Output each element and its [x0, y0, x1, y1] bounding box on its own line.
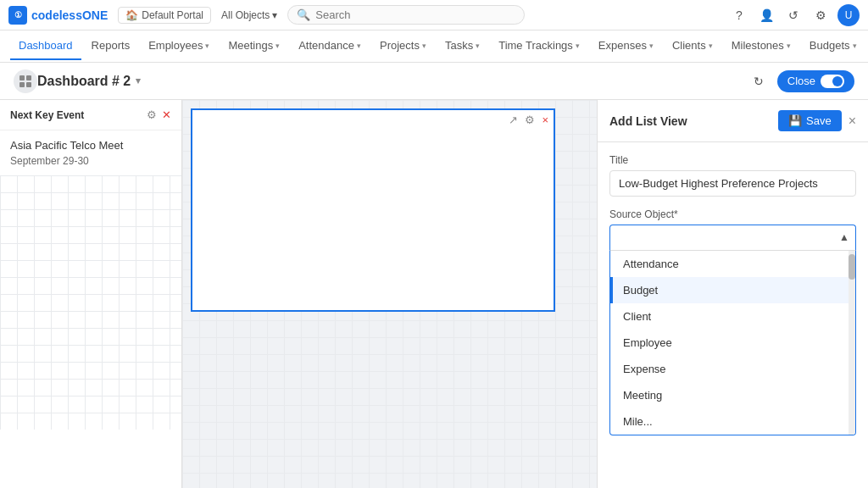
nav-item-attendance[interactable]: Attendance ▾ — [290, 32, 370, 60]
dropdown-item-meeting[interactable]: Meeting — [610, 382, 849, 408]
left-grid-area — [0, 175, 181, 430]
navbar: Dashboard Reports Employees ▾ Meetings ▾… — [0, 30, 868, 63]
nav-label-clients: Clients — [672, 39, 706, 52]
panel-close-button[interactable]: × — [849, 114, 856, 129]
nav-item-milestones[interactable]: Milestones ▾ — [723, 32, 799, 60]
save-button[interactable]: 💾 Save — [778, 110, 842, 131]
dashboard-header: Dashboard # 2 ▾ ↻ Close — [0, 63, 868, 100]
center-area: ↗ ⚙ × — [182, 100, 597, 488]
help-icon[interactable]: ? — [729, 5, 749, 25]
objects-label: All Objects — [221, 9, 270, 21]
nav-label-tasks: Tasks — [445, 39, 473, 52]
user-icon[interactable]: 👤 — [756, 5, 776, 25]
meetings-chevron-icon: ▾ — [275, 42, 280, 50]
dropdown-list: Attendance Budget Client Employee Expens… — [609, 250, 856, 435]
event-title: Asia Pacific Telco Meet — [10, 139, 171, 152]
svg-rect-3 — [26, 82, 31, 87]
close-label: Close — [787, 75, 815, 87]
nav-label-meetings: Meetings — [228, 39, 273, 52]
title-field-group: Title — [609, 154, 856, 197]
dropdown-item-client[interactable]: Client — [610, 303, 849, 330]
nav-item-time-trackings[interactable]: Time Trackings ▾ — [490, 32, 588, 60]
topbar: ① codelessONE 🏠 Default Portal All Objec… — [0, 0, 868, 30]
tasks-chevron-icon: ▾ — [476, 42, 480, 50]
widget-content: Asia Pacific Telco Meet September 29-30 — [0, 130, 181, 175]
topbar-actions: ? 👤 ↺ ⚙ U — [729, 4, 860, 26]
source-input-wrap: ▲ — [609, 225, 856, 250]
dropdown-item-budget[interactable]: Budget — [610, 277, 849, 303]
portal-icon: 🏠 — [125, 9, 138, 21]
nav-label-reports: Reports — [92, 39, 131, 52]
dashboard-title-chevron-icon[interactable]: ▾ — [136, 75, 141, 86]
close-toggle — [821, 75, 844, 88]
nav-label-budgets: Budgets — [810, 39, 850, 52]
panel-body: Title Source Object* ▲ Attendance Budget… — [598, 142, 868, 488]
dropdown-items-list: Attendance Budget Client Employee Expens… — [610, 251, 849, 435]
search-input[interactable] — [315, 8, 515, 21]
settings-icon[interactable]: ⚙ — [810, 5, 831, 25]
dropdown-scrollbar[interactable] — [849, 251, 855, 435]
dropdown-item-expense[interactable]: Expense — [610, 356, 849, 382]
source-input[interactable] — [609, 225, 856, 250]
budgets-chevron-icon: ▾ — [853, 42, 857, 50]
widget-external-icon[interactable]: ↗ — [509, 114, 518, 126]
nav-item-reports[interactable]: Reports — [83, 32, 139, 60]
portal-label: Default Portal — [142, 9, 203, 21]
widget-settings-icon[interactable]: ⚙ — [525, 114, 535, 126]
nav-label-expenses: Expenses — [598, 39, 647, 52]
expenses-chevron-icon: ▾ — [649, 42, 654, 50]
right-panel: Add List View 💾 Save × Title Source Obje… — [597, 100, 868, 488]
logo-text: codelessONE — [31, 8, 108, 22]
widget-close-icon[interactable]: × — [542, 114, 548, 126]
nav-label-dashboard: Dashboard — [19, 39, 73, 52]
objects-chevron-icon: ▾ — [272, 9, 277, 21]
dropdown-item-employee[interactable]: Employee — [610, 330, 849, 356]
panel-title: Add List View — [609, 114, 778, 128]
portal-button[interactable]: 🏠 Default Portal — [118, 7, 211, 24]
avatar[interactable]: U — [837, 4, 860, 26]
nav-label-employees: Employees — [148, 39, 203, 52]
nav-item-clients[interactable]: Clients ▾ — [664, 32, 721, 60]
close-button[interactable]: Close — [777, 70, 854, 92]
svg-rect-2 — [19, 82, 25, 87]
dropdown-item-mile[interactable]: Mile... — [610, 408, 849, 435]
nav-item-dashboard[interactable]: Dashboard — [10, 32, 81, 60]
widget-box: ↗ ⚙ × — [191, 108, 555, 312]
dropdown-item-attendance[interactable]: Attendance — [610, 251, 849, 277]
nav-item-meetings[interactable]: Meetings ▾ — [220, 32, 288, 60]
widget-close-icon[interactable]: ✕ — [162, 108, 171, 121]
panel-header: Add List View 💾 Save × — [598, 100, 868, 142]
milestones-chevron-icon: ▾ — [787, 42, 791, 50]
nav-label-projects: Projects — [380, 39, 420, 52]
refresh-button[interactable]: ↻ — [747, 69, 771, 93]
title-field-label: Title — [609, 154, 856, 166]
dashboard-actions: ↻ Close — [747, 69, 854, 93]
event-date: September 29-30 — [10, 155, 171, 167]
nav-item-projects[interactable]: Projects ▾ — [371, 32, 435, 60]
dashboard-title-group: Dashboard # 2 ▾ — [37, 74, 141, 89]
widget-title: Next Key Event — [10, 109, 147, 121]
dropdown-arrow-icon[interactable]: ▲ — [839, 231, 849, 243]
save-icon: 💾 — [788, 114, 802, 127]
dashboard-icon — [14, 69, 37, 93]
all-objects-button[interactable]: All Objects ▾ — [221, 9, 277, 21]
main-area: Next Key Event ⚙ ✕ Asia Pacific Telco Me… — [0, 100, 868, 488]
time-chevron-icon: ▾ — [576, 42, 580, 50]
attendance-chevron-icon: ▾ — [357, 42, 361, 50]
dropdown-scrollbar-thumb — [849, 254, 855, 280]
projects-chevron-icon: ▾ — [422, 42, 426, 50]
svg-rect-0 — [19, 75, 25, 80]
widget-settings-icon[interactable]: ⚙ — [147, 108, 157, 121]
title-input[interactable] — [609, 170, 856, 197]
nav-item-tasks[interactable]: Tasks ▾ — [437, 32, 488, 60]
history-icon[interactable]: ↺ — [783, 5, 804, 25]
nav-item-budgets[interactable]: Budgets ▾ — [801, 32, 865, 60]
nav-item-employees[interactable]: Employees ▾ — [140, 32, 218, 60]
dashboard-title: Dashboard # 2 — [37, 74, 131, 89]
search-bar[interactable]: 🔍 — [287, 5, 525, 25]
left-panel: Next Key Event ⚙ ✕ Asia Pacific Telco Me… — [0, 100, 182, 488]
logo-icon: ① — [8, 6, 27, 25]
nav-label-milestones: Milestones — [732, 39, 784, 52]
nav-item-expenses[interactable]: Expenses ▾ — [590, 32, 662, 60]
widget-actions: ⚙ ✕ — [147, 108, 171, 121]
